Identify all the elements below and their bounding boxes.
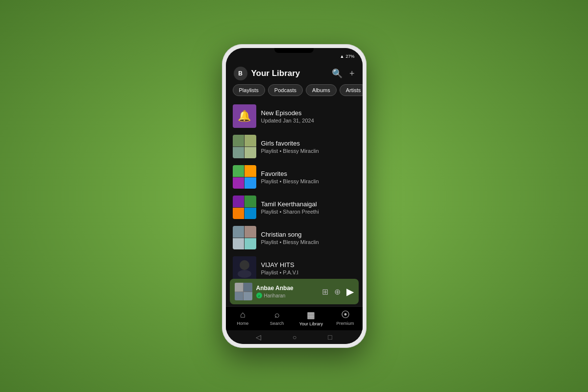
nav-home-label: Home <box>237 321 248 326</box>
nav-premium[interactable]: ⦿ Premium <box>328 310 363 326</box>
item-sub: Playlist • P.A.V.I <box>261 270 356 275</box>
item-thumb-christian <box>233 226 256 249</box>
nav-premium-label: Premium <box>337 321 354 326</box>
item-thumb-girls-fav <box>233 135 256 158</box>
header-title: Your Library <box>251 69 300 78</box>
item-info: Tamil Keerthanaigal Playlist • Sharon Pr… <box>261 200 356 215</box>
item-info: New Episodes Updated Jan 31, 2024 <box>261 109 356 123</box>
item-name: Christian song <box>261 231 356 238</box>
library-list[interactable]: 🔔 New Episodes Updated Jan 31, 2024 <box>226 101 363 279</box>
list-item[interactable]: Favorites Playlist • Blessy Miraclin <box>233 162 356 192</box>
home-btn[interactable]: ○ <box>293 333 296 341</box>
item-sub: Updated Jan 31, 2024 <box>261 118 356 123</box>
status-icons: ▲ 27% <box>340 54 355 59</box>
item-sub: Playlist • Blessy Miraclin <box>261 178 356 184</box>
recents-btn[interactable]: □ <box>328 333 332 341</box>
nav-search[interactable]: ⌕ Search <box>260 310 294 326</box>
header: B Your Library 🔍 + <box>226 62 363 84</box>
tab-podcasts[interactable]: Podcasts <box>268 84 303 96</box>
now-playing-actions: ⊞ ⊕ ▶ <box>322 286 354 297</box>
header-actions: 🔍 + <box>332 68 355 79</box>
item-info: Favorites Playlist • Blessy Miraclin <box>261 170 356 184</box>
list-item[interactable]: Christian song Playlist • Blessy Miracli… <box>233 222 356 253</box>
item-info: VIJAY HITS Playlist • P.A.V.I <box>261 261 356 275</box>
tab-albums[interactable]: Albums <box>306 84 337 96</box>
list-item[interactable]: Tamil Keerthanaigal Playlist • Sharon Pr… <box>233 192 356 222</box>
svg-point-1 <box>240 260 249 270</box>
nav-library[interactable]: ▦ Your Library <box>294 310 328 326</box>
now-playing-artist-row: ♪ Hariharan <box>256 293 318 298</box>
now-playing-title: Anbae Anbae <box>256 285 318 292</box>
list-item[interactable]: 🔔 New Episodes Updated Jan 31, 2024 <box>233 101 356 131</box>
library-icon: ▦ <box>307 310 315 320</box>
home-icon: ⌂ <box>240 310 245 320</box>
svg-point-2 <box>238 270 251 278</box>
item-sub: Playlist • Blessy Miraclin <box>261 148 356 154</box>
list-item[interactable]: VIJAY HITS Playlist • P.A.V.I <box>233 253 356 279</box>
battery-text: 27% <box>345 54 354 59</box>
nav-search-label: Search <box>270 321 284 326</box>
item-name: Favorites <box>261 170 356 177</box>
signal-icon: ▲ <box>340 54 344 59</box>
item-name: Tamil Keerthanaigal <box>261 200 356 208</box>
item-info: Girls favorites Playlist • Blessy Miracl… <box>261 140 356 154</box>
item-thumb-new-episodes: 🔔 <box>233 104 256 128</box>
status-bar: ▲ 27% <box>226 48 363 62</box>
item-sub: Playlist • Sharon Preethi <box>261 209 356 215</box>
connect-device-icon[interactable]: ⊞ <box>322 287 328 296</box>
bottom-nav: ⌂ Home ⌕ Search ▦ Your Library ⦿ Premium <box>226 306 363 330</box>
item-thumb-tamil <box>233 196 256 219</box>
phone-screen: ▲ 27% B Your Library 🔍 + Playlists Podc <box>226 48 363 344</box>
header-left: B Your Library <box>234 67 300 80</box>
tab-playlists[interactable]: Playlists <box>233 84 265 96</box>
now-playing-thumb <box>235 283 252 300</box>
list-item[interactable]: Girls favorites Playlist • Blessy Miracl… <box>233 131 356 162</box>
add-to-library-icon[interactable]: ⊕ <box>334 287 341 296</box>
search-nav-icon: ⌕ <box>274 310 280 320</box>
item-thumb-vijay <box>233 256 256 279</box>
premium-icon: ⦿ <box>341 310 350 320</box>
system-nav: ◁ ○ □ <box>226 330 363 344</box>
item-thumb-favorites <box>233 165 256 189</box>
item-sub: Playlist • Blessy Miraclin <box>261 239 356 245</box>
now-playing-info: Anbae Anbae ♪ Hariharan <box>256 285 318 298</box>
item-name: Girls favorites <box>261 140 356 147</box>
user-avatar[interactable]: B <box>234 67 247 80</box>
filter-tabs: Playlists Podcasts Albums Artists <box>226 84 363 101</box>
play-icon[interactable]: ▶ <box>346 286 354 297</box>
app-content: B Your Library 🔍 + Playlists Podcasts Al… <box>226 62 363 330</box>
nav-home[interactable]: ⌂ Home <box>226 310 260 326</box>
back-btn[interactable]: ◁ <box>256 333 261 341</box>
add-icon[interactable]: + <box>349 69 355 79</box>
search-icon[interactable]: 🔍 <box>332 68 343 79</box>
bell-icon: 🔔 <box>238 110 251 122</box>
now-playing-artist: Hariharan <box>264 293 286 298</box>
phone-frame: ▲ 27% B Your Library 🔍 + Playlists Podc <box>222 44 367 348</box>
now-playing-bar[interactable]: Anbae Anbae ♪ Hariharan ⊞ ⊕ ▶ <box>230 279 359 304</box>
item-info: Christian song Playlist • Blessy Miracli… <box>261 231 356 245</box>
item-name: VIJAY HITS <box>261 261 356 269</box>
tab-artists[interactable]: Artists <box>340 84 363 96</box>
item-name: New Episodes <box>261 109 356 117</box>
notch <box>274 48 314 53</box>
nav-library-label: Your Library <box>299 321 323 326</box>
spotify-dot: ♪ <box>256 293 262 298</box>
